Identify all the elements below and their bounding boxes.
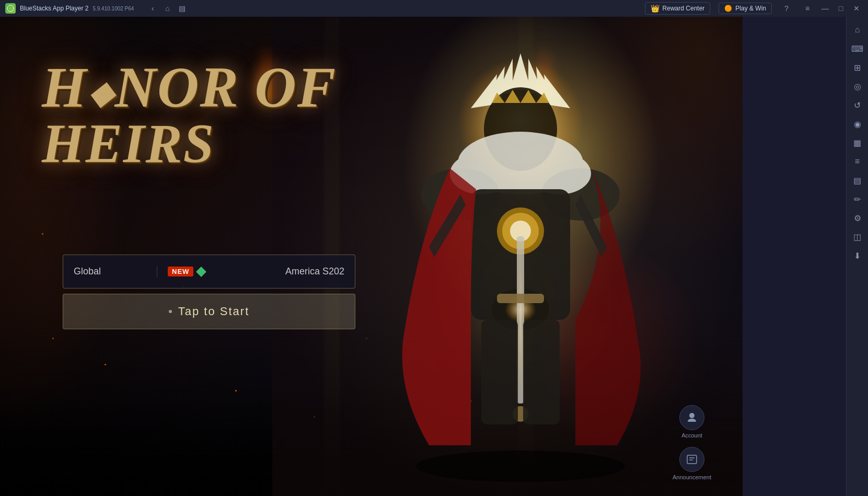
sidebar-layers-icon[interactable]: ◫: [849, 228, 866, 246]
sidebar-home-icon[interactable]: ⌂: [849, 21, 866, 39]
sidebar-stats-icon[interactable]: ▦: [849, 134, 866, 152]
title-heirs: HEIRS: [42, 116, 381, 171]
menu-button[interactable]: ≡: [801, 2, 814, 15]
server-region-label: Global: [74, 266, 101, 277]
sidebar-folder-icon[interactable]: ▤: [849, 171, 866, 189]
app-title: BlueStacks App Player 2: [20, 5, 88, 12]
knight-illustration: [325, 27, 716, 487]
ember-2: [105, 364, 106, 365]
reward-center-label: Reward Center: [663, 5, 705, 12]
new-badge: NEW: [168, 267, 193, 276]
account-icon-container: [679, 405, 704, 430]
announcement-label: Announcement: [673, 474, 711, 480]
close-button[interactable]: ✕: [849, 1, 864, 16]
titlebar-nav: ‹ ⌂ ▤: [146, 2, 188, 15]
app-version: 5.9.410.1002 P64: [92, 6, 134, 11]
server-selector[interactable]: Global NEW America S202: [63, 255, 355, 289]
sidebar-gamepad-icon[interactable]: ⊞: [849, 59, 866, 76]
app-icon: [5, 3, 16, 14]
right-sidebar: ⌂ ⌨ ⊞ ◎ ↺ ◉ ▦ ≡ ▤ ✏ ⚙ ◫ ⬇: [846, 17, 868, 496]
ember-6: [235, 390, 237, 391]
maximize-button[interactable]: □: [834, 1, 848, 16]
play-win-label: Play & Win: [735, 5, 766, 12]
svg-rect-26: [517, 236, 524, 403]
bottom-right-controls: Account Announcement: [673, 405, 711, 480]
titlebar-right: — □ ✕: [814, 1, 868, 16]
sidebar-brush-icon[interactable]: ✏: [849, 190, 866, 208]
ember-1: [52, 338, 54, 339]
game-title: H◆NOR OF HEIRS: [42, 59, 381, 171]
diamond-icon: [196, 267, 206, 277]
minimize-button[interactable]: —: [818, 1, 832, 16]
game-logo-area: H◆NOR OF HEIRS: [42, 59, 381, 171]
server-name-label: America S202: [285, 266, 344, 276]
svg-rect-29: [481, 320, 518, 424]
titlebar-left: BlueStacks App Player 2 5.9.410.1002 P64…: [0, 2, 645, 15]
sidebar-download-icon[interactable]: ⬇: [849, 247, 866, 264]
svg-point-32: [689, 413, 695, 418]
title-honor: H◆NOR OF: [42, 59, 381, 116]
account-button[interactable]: Account: [679, 405, 704, 439]
game-area[interactable]: H◆NOR OF HEIRS Global NEW America S202 T…: [0, 17, 743, 496]
titlebar-center: 👑 Reward Center 🟠 Play & Win ? ≡: [645, 2, 814, 15]
sidebar-rotate-icon[interactable]: ↺: [849, 96, 866, 114]
crown-icon: 👑: [651, 4, 659, 13]
reward-center-button[interactable]: 👑 Reward Center: [645, 2, 711, 15]
tap-to-start-label: Tap to Start: [178, 305, 250, 318]
server-new-badge: NEW: [157, 267, 215, 276]
sidebar-keyboard-icon[interactable]: ⌨: [849, 40, 866, 57]
ember-4: [42, 233, 43, 235]
play-icon: 🟠: [724, 5, 732, 12]
sidebar-settings-icon[interactable]: ⚙: [849, 209, 866, 227]
account-label: Account: [681, 432, 702, 439]
play-win-button[interactable]: 🟠 Play & Win: [719, 3, 772, 14]
svg-rect-30: [523, 320, 560, 424]
sidebar-analytics-icon[interactable]: ≡: [849, 153, 866, 170]
svg-point-31: [416, 451, 625, 482]
announcement-button[interactable]: Announcement: [673, 447, 711, 480]
help-button[interactable]: ?: [780, 2, 793, 15]
server-name: America S202: [215, 266, 355, 277]
titlebar: BlueStacks App Player 2 5.9.410.1002 P64…: [0, 0, 868, 17]
svg-point-1: [9, 7, 12, 10]
sidebar-mouse-icon[interactable]: ◎: [849, 77, 866, 95]
sidebar-camera-icon[interactable]: ◉: [849, 115, 866, 133]
tap-dot: [169, 310, 172, 313]
back-button[interactable]: ‹: [146, 2, 159, 15]
home-button[interactable]: ⌂: [161, 2, 173, 15]
svg-rect-27: [497, 294, 544, 303]
announcement-icon-container: [679, 447, 704, 472]
svg-point-18: [515, 142, 562, 174]
tap-to-start-button[interactable]: Tap to Start: [63, 294, 355, 329]
svg-rect-33: [687, 455, 697, 464]
tabs-button[interactable]: ▤: [176, 2, 188, 15]
server-region: Global: [63, 266, 157, 277]
